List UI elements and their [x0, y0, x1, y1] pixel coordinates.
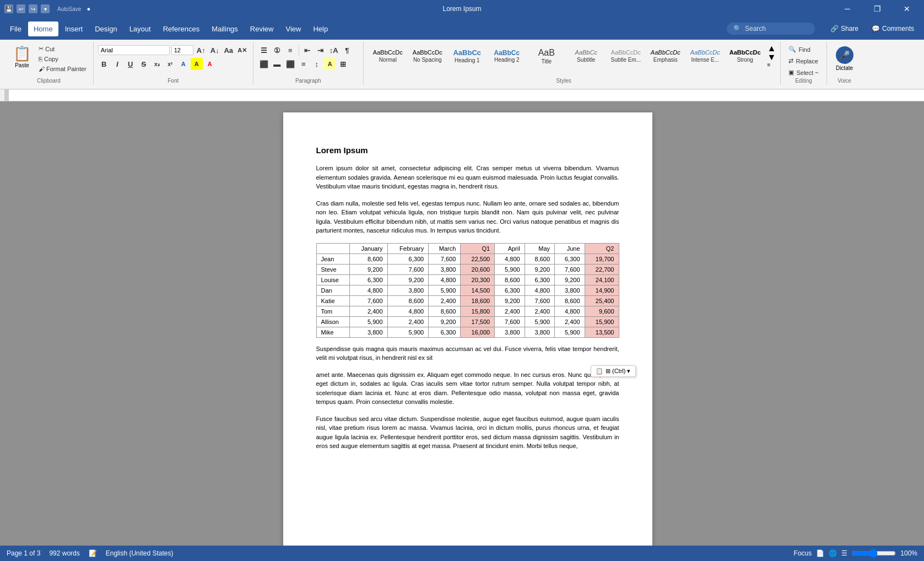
menu-layout[interactable]: Layout: [124, 21, 156, 36]
focus-label[interactable]: Focus: [794, 549, 812, 557]
multilevel-button[interactable]: ≡: [284, 44, 296, 56]
font-name-select[interactable]: [98, 45, 170, 55]
autosave-toggle[interactable]: ●: [87, 6, 90, 12]
style-heading1[interactable]: AaBbCc Heading 1: [447, 47, 487, 65]
col-header-mar: March: [429, 243, 461, 253]
col-header-feb: February: [387, 243, 429, 253]
align-center-button[interactable]: ▬: [271, 58, 283, 70]
paragraph-3[interactable]: Suspendisse quis magna quis mauris maxim…: [316, 344, 619, 363]
paragraph-4[interactable]: amet ante. Maecenas quis dignissim ex. A…: [316, 370, 619, 407]
paragraph-1[interactable]: Lorem ipsum dolor sit amet, consectetur …: [316, 164, 619, 191]
restore-button[interactable]: ❐: [864, 0, 890, 18]
paragraph-5[interactable]: Fusce faucibus sed arcu vitae dictum. Su…: [316, 414, 619, 451]
shading-button[interactable]: A: [324, 58, 336, 70]
menu-review[interactable]: Review: [245, 21, 279, 36]
cut-button[interactable]: ✂ Cut: [36, 44, 89, 53]
close-button[interactable]: ✕: [894, 0, 920, 18]
view-web-icon[interactable]: 🌐: [829, 549, 837, 557]
menu-file[interactable]: File: [4, 21, 27, 36]
style-no-spacing[interactable]: AaBbCcDc No Spacing: [408, 47, 447, 64]
document-area[interactable]: L Lorem Ipsum Lorem ipsum dolor sit amet…: [0, 101, 924, 546]
style-title[interactable]: AaB Title: [527, 46, 566, 66]
style-normal[interactable]: AaBbCcDc Normal: [368, 47, 408, 64]
paste-button[interactable]: 📋 Paste: [9, 44, 35, 73]
italic-button[interactable]: I: [111, 58, 123, 70]
font-size-select[interactable]: [171, 45, 193, 55]
minimize-button[interactable]: ─: [835, 0, 860, 18]
copy-button[interactable]: ⎘ Copy: [36, 55, 89, 63]
bold-button[interactable]: B: [98, 58, 110, 70]
font-color-button[interactable]: A: [204, 58, 216, 70]
search-bar[interactable]: 🔍 Search: [727, 23, 815, 35]
zoom-slider[interactable]: [852, 549, 896, 558]
change-case-button[interactable]: Aa: [223, 44, 235, 56]
style-heading2[interactable]: AaBbCc Heading 2: [487, 47, 527, 64]
style-subtitle[interactable]: AaBbCc Subtitle: [566, 47, 606, 64]
increase-indent-button[interactable]: ⇥: [315, 44, 327, 56]
decrease-indent-button[interactable]: ⇤: [301, 44, 314, 56]
styles-expand[interactable]: ≡: [768, 62, 776, 68]
decrease-font-button[interactable]: A↓: [209, 44, 221, 56]
view-outline-icon[interactable]: ☰: [841, 549, 847, 557]
border-button[interactable]: ⊞: [337, 58, 349, 70]
style-emphasis[interactable]: AaBbCcDc Emphasis: [646, 47, 685, 64]
align-right-button[interactable]: ⬛: [284, 58, 296, 70]
cell-q1: 20,600: [461, 264, 495, 274]
quick-access-toolbar: 💾 ↩ ↪ ▾ AutoSave ●: [4, 4, 90, 13]
style-strong[interactable]: AaBbCcDc Strong: [725, 47, 765, 64]
cell-feb: 4,800: [387, 306, 429, 316]
show-marks-button[interactable]: ¶: [341, 44, 353, 56]
strikethrough-button[interactable]: S: [138, 58, 150, 70]
customize-icon[interactable]: ▾: [41, 4, 50, 13]
justify-button[interactable]: ≡: [298, 58, 310, 70]
underline-button[interactable]: U: [125, 58, 137, 70]
left-margin-mark: L: [274, 123, 278, 130]
menu-view[interactable]: View: [280, 21, 306, 36]
document-page[interactable]: Lorem Ipsum Lorem ipsum dolor sit amet, …: [283, 112, 652, 546]
ruler: [0, 89, 924, 101]
redo-icon[interactable]: ↪: [29, 4, 37, 13]
cell-apr: 3,800: [495, 327, 525, 337]
bullets-button[interactable]: ☰: [258, 44, 270, 56]
cell-jun: 7,600: [555, 264, 585, 274]
menu-design[interactable]: Design: [89, 21, 122, 36]
replace-button[interactable]: ⇄ Replace: [785, 56, 822, 66]
sort-button[interactable]: ↕A: [328, 44, 340, 56]
menu-help[interactable]: Help: [307, 21, 333, 36]
numbering-button[interactable]: ①: [271, 44, 283, 56]
subscript-button[interactable]: x₂: [151, 58, 163, 70]
paragraph-2[interactable]: Cras diam nulla, molestie sed felis vel,…: [316, 199, 619, 235]
styles-scroll-down[interactable]: ▼: [768, 53, 776, 62]
comments-button[interactable]: 💬 Comments: [866, 23, 920, 35]
dictate-button[interactable]: 🎤 Dictate: [836, 46, 853, 71]
format-painter-button[interactable]: 🖌 Format Painter: [36, 64, 89, 73]
line-spacing-button[interactable]: ↕: [311, 58, 323, 70]
increase-font-button[interactable]: A↑: [195, 44, 207, 56]
menu-home[interactable]: Home: [28, 21, 58, 36]
cell-may: 4,800: [525, 285, 554, 295]
styles-scroll-up[interactable]: ▲: [768, 44, 776, 53]
share-button[interactable]: 🔗 Share: [825, 23, 864, 35]
font-group: A↑ A↓ Aa A✕ B I U S x₂ x² A A A Font: [94, 42, 253, 85]
copy-icon: ⎘: [39, 56, 42, 62]
ctrl-popup[interactable]: 📋 ⊞ (Ctrl) ▾: [591, 365, 636, 377]
superscript-button[interactable]: x²: [164, 58, 176, 70]
align-left-button[interactable]: ⬛: [258, 58, 270, 70]
undo-icon[interactable]: ↩: [17, 4, 25, 13]
save-icon[interactable]: 💾: [4, 4, 13, 13]
text-highlight-button[interactable]: A: [191, 58, 203, 70]
cell-q2: 25,400: [585, 295, 619, 306]
cell-name: Jean: [316, 253, 349, 264]
menu-mailings[interactable]: Mailings: [206, 21, 244, 36]
menu-insert[interactable]: Insert: [60, 21, 89, 36]
col-header-jan: January: [349, 243, 387, 253]
clear-format-button[interactable]: A✕: [236, 44, 248, 56]
cell-q2: 15,900: [585, 316, 619, 327]
text-effects-button[interactable]: A: [177, 58, 190, 70]
style-subtle-em[interactable]: AaBbCcDc Subtle Em...: [606, 47, 646, 64]
select-button[interactable]: ▣ Select ~: [785, 67, 822, 78]
menu-references[interactable]: References: [158, 21, 205, 36]
view-print-icon[interactable]: 📄: [816, 549, 824, 557]
style-intense-em[interactable]: AaBbCcDc Intense E...: [685, 47, 725, 64]
find-button[interactable]: 🔍 Find: [785, 44, 822, 55]
